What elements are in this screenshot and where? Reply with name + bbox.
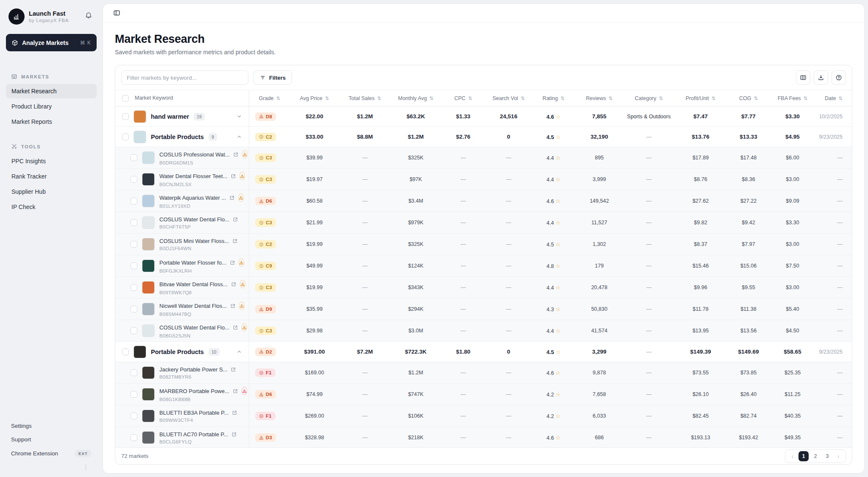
column-header-avg-price[interactable]: Avg Price⇅: [290, 90, 339, 106]
filter-keyword-input[interactable]: [121, 70, 248, 85]
sidebar-item-supplier-hub[interactable]: Supplier Hub: [6, 184, 97, 199]
analyze-markets-button[interactable]: Analyze Markets ⌘ K: [6, 34, 97, 51]
row-checkbox[interactable]: [122, 134, 129, 140]
column-header-fba-fees[interactable]: FBA Fees⇅: [771, 90, 815, 106]
external-link-icon[interactable]: [231, 367, 236, 372]
analyze-markets-label: Analyze Markets: [22, 39, 69, 46]
column-label: Total Sales: [349, 95, 375, 101]
download-icon[interactable]: [814, 70, 828, 85]
chevron-icon[interactable]: [236, 349, 244, 354]
sidebar-item-ip-check[interactable]: IP Check: [6, 200, 97, 214]
bell-icon[interactable]: [85, 12, 92, 21]
row-checkbox[interactable]: [131, 434, 137, 441]
row-checkbox[interactable]: [131, 413, 137, 419]
row-checkbox[interactable]: [122, 113, 129, 120]
product-row[interactable]: Portable Water Flosser fo... B0FGJKXLRH …: [115, 255, 852, 277]
pagination-prev[interactable]: ‹: [788, 452, 797, 460]
row-checkbox[interactable]: [131, 176, 137, 183]
row-checkbox[interactable]: [131, 154, 137, 161]
pagination-next[interactable]: ›: [834, 452, 843, 460]
external-link-icon[interactable]: [230, 303, 236, 309]
column-header-search-vol[interactable]: Search Vol⇅: [486, 90, 531, 106]
product-row[interactable]: Nicwell Water Dental Flos... B08SM447BQ …: [115, 298, 852, 320]
row-checkbox[interactable]: [131, 391, 137, 398]
external-link-icon[interactable]: [232, 410, 237, 416]
external-link-icon[interactable]: [231, 173, 236, 179]
product-row[interactable]: BLUETTI EB3A Portable P... B09WW3CTF4 F1…: [115, 405, 852, 427]
external-link-icon[interactable]: [233, 325, 238, 330]
pagination-page-1[interactable]: 1: [798, 451, 809, 461]
column-header-cpc[interactable]: CPC⇅: [441, 90, 486, 106]
market-group-row[interactable]: hand warmer 19 D8 $22.00 $1.2M $63.2K $1…: [115, 106, 852, 127]
column-header-date[interactable]: Date⇅: [815, 90, 852, 106]
column-label: Profit/Unit: [686, 95, 709, 101]
product-row[interactable]: BLUETTI AC70 Portable P... B0CLG6FYLQ D3…: [115, 427, 852, 447]
product-row[interactable]: MARBERO Portable Powe... B08G1KB88B D6 $…: [115, 384, 852, 405]
sort-icon: ⇅: [609, 96, 613, 101]
column-header-profit-unit[interactable]: Profit/Unit⇅: [675, 90, 726, 106]
row-checkbox[interactable]: [131, 198, 137, 204]
sidebar-item-label: Settings: [11, 423, 32, 429]
chevron-icon[interactable]: [236, 114, 244, 119]
sidebar-item-ppc-insights[interactable]: PPC Insights: [6, 154, 97, 168]
external-link-icon[interactable]: [233, 152, 239, 157]
kebab-menu-icon[interactable]: ⋮: [0, 461, 103, 474]
sidebar-item-settings[interactable]: Settings: [0, 419, 103, 432]
product-row[interactable]: Waterpik Aquarius Water ... B01LXY19XD D…: [115, 190, 852, 212]
sort-icon: ⇅: [520, 96, 525, 101]
row-checkbox[interactable]: [131, 219, 137, 226]
row-checkbox[interactable]: [131, 306, 137, 312]
row-checkbox[interactable]: [131, 241, 137, 248]
chevron-icon[interactable]: [236, 134, 244, 139]
columns-icon[interactable]: [796, 70, 810, 85]
external-link-icon[interactable]: [231, 432, 237, 437]
sidebar-item-support[interactable]: Support: [0, 433, 103, 446]
sidebar-item-rank-tracker[interactable]: Rank Tracker: [6, 169, 97, 184]
column-header-total-sales[interactable]: Total Sales⇅: [339, 90, 391, 106]
product-row[interactable]: COSLUS Water Dental Flo... B0CHFT6T5P C3…: [115, 212, 852, 234]
sort-icon: ⇅: [325, 96, 329, 101]
product-row[interactable]: COSLUS Mini Water Floss... B0DJ1F64WN C2…: [115, 234, 852, 255]
external-link-icon[interactable]: [233, 217, 238, 222]
row-checkbox[interactable]: [131, 369, 137, 376]
product-row[interactable]: COSLUS Water Dental Flo... B0BG52SJ5N C3…: [115, 320, 852, 342]
sidebar-item-chrome-extension[interactable]: Chrome Extension EXT: [0, 446, 103, 460]
pagination-page-2[interactable]: 2: [810, 451, 821, 461]
column-header-cog[interactable]: COG⇅: [726, 90, 771, 106]
external-link-icon[interactable]: [230, 260, 235, 265]
sidebar-item-market-reports[interactable]: Market Reports: [6, 114, 97, 129]
product-row[interactable]: COSLUS Professional Wat... B0DRG6DM1S C3…: [115, 147, 852, 169]
warning-triangle-icon: [240, 280, 245, 288]
sidebar-item-product-library[interactable]: Product Library: [6, 99, 97, 114]
panel-left-toggle-icon[interactable]: [113, 9, 120, 17]
column-header-rating[interactable]: Rating⇅: [531, 90, 576, 106]
filters-button[interactable]: Filters: [253, 70, 292, 85]
column-header-monthly-avg[interactable]: Monthly Avg⇅: [391, 90, 441, 106]
market-group-row[interactable]: Portable Products 9 C2 $33.00 $8.8M $1.2…: [115, 127, 852, 147]
rating-cell: 4.6☆: [531, 106, 576, 127]
external-link-icon[interactable]: [229, 195, 235, 201]
product-name: Bitvae Water Dental Floss...: [159, 281, 228, 287]
product-thumbnail: [142, 281, 155, 294]
row-checkbox[interactable]: [131, 262, 137, 269]
product-row[interactable]: Bitvae Water Dental Floss... B09T8WK7Q8 …: [115, 277, 852, 298]
row-checkbox[interactable]: [131, 284, 137, 291]
product-row[interactable]: Jackery Portable Power S... B082TMBYR6 F…: [115, 362, 852, 384]
column-header-grade[interactable]: Grade⇅: [249, 90, 290, 106]
column-header-category[interactable]: Category⇅: [623, 90, 675, 106]
column-header-reviews[interactable]: Reviews⇅: [576, 90, 623, 106]
pagination-page-3[interactable]: 3: [822, 451, 832, 461]
help-circle-icon[interactable]: [832, 70, 846, 85]
row-checkbox[interactable]: [122, 349, 129, 355]
external-link-icon[interactable]: [233, 388, 238, 394]
product-asin: B0CNJM2LSX: [159, 182, 244, 187]
sidebar-item-market-research[interactable]: Market Research: [6, 84, 97, 98]
alert-circle-icon: [259, 264, 264, 268]
product-row[interactable]: Water Dental Flosser Teet... B0CNJM2LSX …: [115, 169, 852, 190]
market-group-row[interactable]: Portable Products 10 D2 $391.00 $7.2M $7…: [115, 342, 852, 362]
select-all-checkbox[interactable]: [122, 95, 129, 102]
external-link-icon[interactable]: [231, 282, 236, 287]
row-checkbox[interactable]: [131, 327, 137, 334]
product-thumbnail: [142, 173, 155, 186]
external-link-icon[interactable]: [232, 238, 238, 244]
